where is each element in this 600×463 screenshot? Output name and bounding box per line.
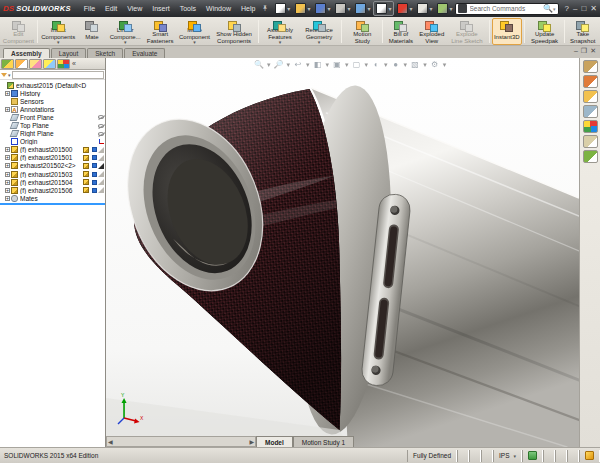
- tab-motion-study-1[interactable]: Motion Study 1: [293, 436, 354, 447]
- tree-item--f-exhaust201506[interactable]: +(f) exhaust201506: [0, 186, 105, 194]
- section-view-icon[interactable]: ◧: [313, 60, 323, 70]
- tree-item-mates[interactable]: +Mates: [0, 194, 105, 202]
- tab-model[interactable]: Model: [256, 436, 293, 447]
- dropdown-icon[interactable]: ▾: [287, 61, 291, 69]
- bill-of-materials-button[interactable]: Bill of Materials: [385, 18, 416, 45]
- propertymanager-tab-icon[interactable]: [15, 59, 28, 69]
- minimize-icon[interactable]: –: [573, 4, 577, 13]
- search-icon[interactable]: 🔍: [543, 4, 553, 13]
- help-icon[interactable]: ?: [565, 4, 569, 13]
- file-properties-button[interactable]: ▾: [415, 2, 434, 15]
- forum-icon[interactable]: [583, 150, 598, 163]
- dropdown-icon[interactable]: ▾: [193, 40, 196, 44]
- unit-system-selector[interactable]: IPS ▾: [493, 450, 522, 462]
- menu-view[interactable]: View: [122, 3, 147, 14]
- take-snapshot-button[interactable]: Take Snapshot: [567, 18, 598, 45]
- insert-components-button[interactable]: Insert Components▾: [40, 18, 77, 45]
- pin-icon[interactable]: 🖈: [261, 4, 269, 13]
- expand-icon[interactable]: +: [5, 147, 10, 152]
- tab-scroll-right-icon[interactable]: ▶: [249, 438, 254, 445]
- apply-scene-icon[interactable]: ▧: [410, 60, 420, 70]
- tree-filter-input[interactable]: [12, 71, 104, 79]
- tree-item-right-plane[interactable]: Right Plane: [0, 130, 105, 138]
- view-palette-icon[interactable]: [583, 105, 598, 118]
- expand-icon[interactable]: +: [5, 91, 10, 96]
- dropdown-icon[interactable]: ▾: [306, 61, 310, 69]
- linear-compone--button[interactable]: Linear Compone...▾: [107, 18, 144, 45]
- print-button[interactable]: ▾: [333, 2, 352, 15]
- mate-button[interactable]: Mate: [77, 18, 107, 45]
- dropdown-icon[interactable]: ▾: [423, 61, 427, 69]
- search-scope-icon[interactable]: [458, 4, 467, 13]
- dimxpertmanager-tab-icon[interactable]: [43, 59, 56, 69]
- dropdown-icon[interactable]: ▾: [326, 61, 330, 69]
- maximize-icon[interactable]: □: [581, 4, 586, 13]
- tree-item-top-plane[interactable]: Top Plane: [0, 121, 105, 129]
- units-dropdown-icon[interactable]: ▾: [513, 453, 516, 459]
- hide-show-items-icon[interactable]: ◐: [371, 60, 381, 70]
- dropdown-icon[interactable]: ▾: [57, 40, 60, 44]
- expand-icon[interactable]: +: [5, 196, 10, 201]
- view-settings-icon[interactable]: ⚙: [430, 60, 440, 70]
- expand-icon[interactable]: +: [5, 107, 10, 112]
- solidworks-resources-icon[interactable]: [583, 60, 598, 73]
- tab-sketch[interactable]: Sketch: [87, 48, 123, 58]
- exploded-view-button[interactable]: Exploded View: [417, 18, 447, 45]
- edit-appearance-icon[interactable]: ●: [391, 60, 401, 70]
- new-motion-study-button[interactable]: New Motion Study: [344, 18, 380, 45]
- options-button[interactable]: ▾: [435, 2, 454, 15]
- expand-icon[interactable]: +: [5, 163, 10, 168]
- rebuild-button[interactable]: ▾: [395, 2, 414, 15]
- close-icon[interactable]: ✕: [590, 4, 597, 13]
- zoom-to-fit-icon[interactable]: 🔍: [254, 60, 264, 70]
- tree-item-exhaust201502-2-[interactable]: +exhaust201502<2>: [0, 162, 105, 170]
- custom-properties-icon[interactable]: [583, 135, 598, 148]
- assembly-features-button[interactable]: Assembly Features▾: [261, 18, 299, 45]
- expand-icon[interactable]: +: [5, 188, 10, 193]
- dropdown-icon[interactable]: ▾: [124, 40, 127, 44]
- new-button[interactable]: ▾: [273, 2, 292, 15]
- view-orientation-icon[interactable]: ▣: [332, 60, 342, 70]
- graphics-area[interactable]: Y X 🔍▾🔎▾↩▾◧▾▣▾▢▾◐▾●▾▧▾⚙▾ ◀ ▶ ModelMotion…: [106, 58, 579, 447]
- displaymanager-tab-icon[interactable]: [57, 59, 70, 69]
- tab-layout[interactable]: Layout: [51, 48, 87, 58]
- tab-evaluate[interactable]: Evaluate: [124, 48, 165, 58]
- dropdown-icon[interactable]: ▾: [267, 61, 271, 69]
- smart-fasteners-button[interactable]: Smart Fasteners: [143, 18, 176, 45]
- expand-icon[interactable]: +: [5, 172, 10, 177]
- tree-item--f-exhaust201500[interactable]: +(f) exhaust201500: [0, 146, 105, 154]
- show-hidden-components-button[interactable]: Show Hidden Components: [212, 18, 256, 45]
- tree-item-front-plane[interactable]: Front Plane: [0, 113, 105, 121]
- save-button[interactable]: ▾: [313, 2, 332, 15]
- tab-scrollbar[interactable]: ◀ ▶: [106, 436, 256, 447]
- search-input[interactable]: Search Commands: [470, 5, 544, 12]
- configurationmanager-tab-icon[interactable]: [29, 59, 42, 69]
- tab-assembly[interactable]: Assembly: [3, 48, 50, 58]
- search-commands-box[interactable]: Search Commands 🔍 ▾: [455, 3, 559, 15]
- appearances-scenes-icon[interactable]: [583, 120, 598, 133]
- tree-item-annotations[interactable]: +AAnnotations: [0, 105, 105, 113]
- doc-close-icon[interactable]: ✕: [590, 47, 596, 55]
- display-style-icon[interactable]: ▢: [352, 60, 362, 70]
- menu-window[interactable]: Window: [201, 3, 236, 14]
- collapse-panel-icon[interactable]: «: [72, 60, 76, 67]
- tree-item-sensors[interactable]: Sensors: [0, 97, 105, 105]
- tree-item--f-exhaust201501[interactable]: +(f) exhaust201501: [0, 154, 105, 162]
- update-speedpak-button[interactable]: Update Speedpak: [527, 18, 563, 45]
- expand-icon[interactable]: +: [5, 155, 10, 160]
- doc-minimize-icon[interactable]: –: [574, 47, 578, 55]
- dropdown-icon[interactable]: ▾: [384, 61, 388, 69]
- doc-restore-icon[interactable]: ❐: [581, 47, 587, 55]
- menu-tools[interactable]: Tools: [175, 3, 201, 14]
- dropdown-icon[interactable]: ▾: [404, 61, 408, 69]
- tree-root-item[interactable]: exhaust2015 (Default<D: [0, 81, 105, 89]
- dropdown-icon[interactable]: ▾: [443, 61, 447, 69]
- menu-help[interactable]: Help: [236, 3, 260, 14]
- menu-file[interactable]: File: [79, 3, 100, 14]
- dropdown-icon[interactable]: ▾: [318, 40, 321, 44]
- tab-scroll-left-icon[interactable]: ◀: [108, 438, 113, 445]
- dropdown-icon[interactable]: ▾: [365, 61, 369, 69]
- dropdown-icon[interactable]: ▾: [279, 40, 282, 44]
- tags-icon[interactable]: [579, 450, 600, 462]
- previous-view-icon[interactable]: ↩: [293, 60, 303, 70]
